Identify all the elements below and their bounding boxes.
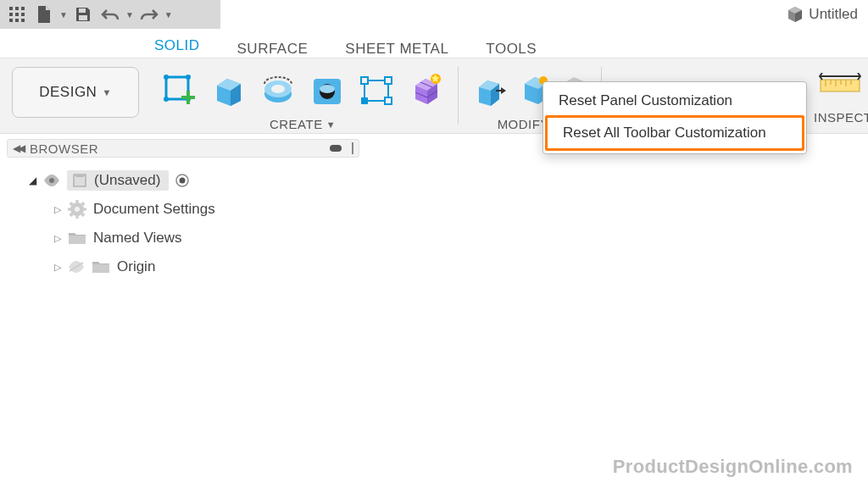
undo-caret-icon[interactable]: ▼: [125, 10, 134, 19]
collapse-left-icon[interactable]: ◀◀: [13, 142, 23, 154]
press-pull-button[interactable]: [470, 70, 511, 111]
menu-reset-all-toolbar[interactable]: Reset All Toolbar Customization: [545, 115, 804, 151]
svg-rect-45: [76, 200, 79, 203]
chevron-down-icon: ▼: [102, 87, 111, 97]
chevron-down-icon: ▼: [326, 119, 336, 130]
tree-origin-label: Origin: [117, 258, 155, 275]
new-file-caret-icon[interactable]: ▼: [59, 10, 68, 19]
sketch-button[interactable]: [159, 70, 200, 111]
tree-root-label: (Unsaved): [94, 172, 160, 189]
expand-toggle-icon[interactable]: ▷: [54, 233, 61, 244]
svg-point-44: [75, 207, 80, 212]
box-button[interactable]: [209, 70, 249, 111]
component-icon: [72, 173, 87, 188]
svg-rect-0: [9, 7, 13, 10]
svg-rect-4: [15, 13, 19, 16]
redo-button[interactable]: [137, 3, 161, 26]
browser-tree: ◢ (Unsaved) ▷ Document Settings ▷: [29, 166, 215, 281]
cube-icon: [787, 6, 804, 23]
visibility-icon[interactable]: [43, 175, 60, 186]
tree-named-views-label: Named Views: [93, 230, 182, 247]
svg-rect-2: [21, 7, 25, 10]
svg-point-12: [164, 75, 169, 80]
measure-button[interactable]: [819, 73, 861, 98]
save-button[interactable]: [71, 3, 95, 26]
svg-point-13: [186, 75, 191, 80]
tree-named-views-row[interactable]: ▷ Named Views: [29, 224, 215, 252]
tree-origin-row[interactable]: ▷ Origin: [29, 252, 215, 281]
panel-separator: [458, 67, 459, 125]
browser-panel-header[interactable]: ◀◀ BROWSER: [7, 139, 359, 158]
document-title: Untitled: [809, 6, 858, 23]
svg-point-42: [180, 178, 186, 184]
tree-doc-settings-row[interactable]: ▷ Document Settings: [29, 195, 215, 224]
expand-toggle-icon[interactable]: ▷: [54, 204, 61, 215]
undo-button[interactable]: [98, 3, 122, 26]
apps-grid-button[interactable]: [5, 3, 29, 26]
svg-point-21: [320, 85, 335, 93]
panel-create: CREATE ▼: [151, 58, 454, 133]
svg-rect-22: [361, 77, 368, 84]
svg-rect-6: [9, 19, 13, 22]
svg-rect-32: [821, 80, 860, 92]
gear-icon: [68, 200, 86, 219]
visibility-off-icon[interactable]: [68, 261, 85, 273]
panel-menu-icon[interactable]: [352, 142, 353, 154]
svg-rect-48: [83, 208, 86, 211]
svg-rect-10: [79, 15, 87, 20]
expand-toggle-icon[interactable]: ▷: [54, 262, 61, 273]
form-button[interactable]: [356, 70, 397, 111]
folder-icon: [92, 259, 110, 274]
expand-toggle-icon[interactable]: ◢: [29, 175, 36, 186]
redo-caret-icon[interactable]: ▼: [164, 10, 173, 19]
svg-point-18: [271, 85, 285, 93]
svg-rect-25: [385, 97, 392, 104]
quick-access-toolbar: ▼ ▼ ▼: [0, 0, 220, 29]
new-file-button[interactable]: [32, 3, 56, 26]
svg-point-14: [164, 97, 169, 102]
svg-rect-46: [76, 215, 79, 219]
panel-inspect-label[interactable]: INSPECT: [814, 110, 868, 125]
svg-rect-23: [385, 77, 392, 84]
hole-button[interactable]: [307, 70, 348, 111]
tree-doc-settings-label: Document Settings: [93, 201, 215, 218]
browser-title: BROWSER: [30, 141, 98, 156]
tree-root-row[interactable]: ◢ (Unsaved): [29, 166, 215, 195]
design-workspace-dropdown[interactable]: DESIGN ▼: [12, 67, 139, 118]
panel-create-label[interactable]: CREATE ▼: [270, 117, 336, 131]
activate-radio-icon[interactable]: [175, 174, 189, 187]
svg-rect-3: [9, 13, 13, 16]
folder-icon: [68, 230, 86, 246]
svg-rect-47: [68, 208, 71, 211]
svg-rect-24: [361, 97, 368, 104]
svg-rect-7: [15, 19, 19, 22]
svg-rect-5: [21, 13, 25, 16]
svg-rect-8: [21, 19, 25, 22]
toolbar-context-menu: Reset Panel Customization Reset All Tool…: [542, 81, 807, 154]
revolve-button[interactable]: [258, 70, 298, 111]
svg-rect-1: [15, 7, 19, 10]
minimize-icon[interactable]: [330, 145, 342, 152]
menu-reset-panel[interactable]: Reset Panel Customization: [543, 86, 806, 116]
tspline-button[interactable]: [405, 70, 446, 111]
svg-rect-9: [79, 8, 86, 13]
design-dropdown-label: DESIGN: [39, 84, 97, 101]
watermark-text: ProductDesignOnline.com: [613, 456, 853, 478]
title-bar: Untitled: [787, 0, 868, 29]
svg-point-39: [49, 178, 54, 183]
